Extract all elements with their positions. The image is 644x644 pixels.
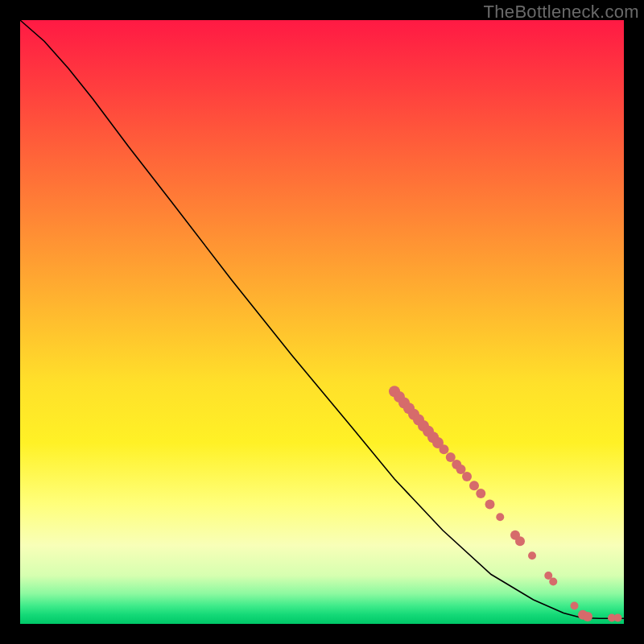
chart-stage: TheBottleneck.com [0,0,644,644]
data-point [515,536,525,546]
data-point [496,513,504,521]
data-points-group [389,386,622,621]
data-point [462,472,472,481]
chart-svg [20,20,624,624]
data-point [469,481,479,490]
data-point [614,614,622,622]
data-point [476,489,485,498]
bottleneck-curve [20,20,624,618]
plot-area [20,20,624,624]
data-point [485,500,495,510]
data-point [583,612,592,621]
data-point [571,602,579,610]
data-point [549,578,557,586]
data-point [528,551,536,559]
data-point [440,444,449,454]
